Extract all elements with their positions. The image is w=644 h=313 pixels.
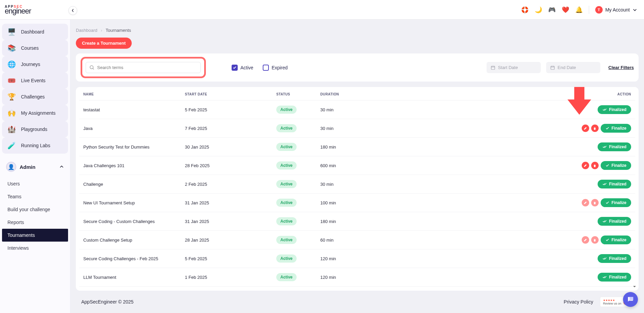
status-badge: Active	[276, 180, 297, 188]
col-name: NAME	[79, 87, 181, 100]
subnav-item-teams[interactable]: Teams	[2, 190, 68, 203]
table-row[interactable]: Java 7 Feb 2025 Active 30 min Finalize	[79, 119, 635, 138]
cell-name: Secure Coding Challenges - Feb 2025	[79, 249, 181, 268]
finalized-button[interactable]: Finalized	[598, 217, 631, 226]
subnav-item-build-your-challenge[interactable]: Build your challenge	[2, 203, 68, 216]
status-badge: Active	[276, 106, 297, 114]
sidebar-item-dashboard[interactable]: 🖥️Dashboard	[2, 24, 68, 40]
breadcrumb-root[interactable]: Dashboard	[76, 28, 98, 33]
table-row[interactable]: Custom Challenge Setup 28 Jan 2025 Activ…	[79, 231, 635, 249]
subnav-item-tournaments[interactable]: Tournaments	[2, 229, 68, 242]
admin-toggle[interactable]: 👤 Admin	[2, 158, 68, 175]
table-row[interactable]: Java Challenges 101 28 Feb 2025 Active 6…	[79, 156, 635, 175]
subnav-item-interviews[interactable]: Interviews	[2, 242, 68, 254]
chat-fab[interactable]	[623, 292, 638, 307]
delete-button[interactable]	[591, 199, 599, 206]
delete-button[interactable]	[591, 236, 599, 244]
cell-action: Finalized	[425, 138, 635, 156]
start-date-input[interactable]: Start Date	[487, 62, 541, 73]
delete-button[interactable]	[591, 125, 599, 132]
table-row[interactable]: Python Security Test for Dummies 30 Jan …	[79, 138, 635, 156]
table-row[interactable]: New UI Tournament Setup 31 Jan 2025 Acti…	[79, 194, 635, 212]
end-date-input[interactable]: End Date	[546, 62, 600, 73]
svg-point-0	[90, 66, 93, 69]
g2-text: Review us on	[603, 302, 621, 305]
cell-status: Active	[272, 156, 316, 175]
create-tournament-button[interactable]: Create a Tournament	[76, 38, 132, 49]
logo[interactable]: APPSEC engineer	[5, 5, 31, 14]
breadcrumb: Dashboard › Tournaments	[76, 28, 639, 33]
edit-button[interactable]	[582, 125, 589, 132]
finalized-button[interactable]: Finalized	[598, 142, 631, 151]
calendar-icon	[491, 65, 495, 70]
subnav-item-reports[interactable]: Reports	[2, 216, 68, 229]
finalized-button[interactable]: Finalized	[598, 254, 631, 263]
status-badge: Active	[276, 273, 297, 281]
table-scroll[interactable]: NAME START DATE STATUS DURATION ACTION t…	[79, 87, 635, 291]
cell-name: Java	[79, 119, 181, 138]
status-badge: Active	[276, 217, 297, 225]
col-start: START DATE	[181, 87, 272, 100]
cell-duration: 120 min	[316, 249, 425, 268]
help-icon[interactable]: 🛟	[521, 6, 529, 14]
cell-status: Active	[272, 175, 316, 194]
heart-icon[interactable]: ❤️	[562, 6, 569, 14]
sidebar-item-playgrounds[interactable]: 🏰Playgrounds	[2, 121, 68, 137]
search-input[interactable]	[97, 65, 197, 70]
clear-filters-link[interactable]: Clear Filters	[608, 65, 634, 70]
cell-start: 31 Jan 2025	[181, 212, 272, 231]
cell-status: Active	[272, 249, 316, 268]
cell-start: 5 Feb 2025	[181, 100, 272, 119]
table-row[interactable]: Challenge 2 Feb 2025 Active 30 min Final…	[79, 175, 635, 194]
table-row[interactable]: testastat 5 Feb 2025 Active 30 min Final…	[79, 100, 635, 119]
cell-duration: 180 min	[316, 212, 425, 231]
nav-icon: 🖥️	[6, 27, 17, 37]
search-icon	[89, 65, 94, 70]
svg-rect-2	[551, 66, 555, 69]
table-row[interactable]: Secure Coding - Custom Challenges 31 Jan…	[79, 212, 635, 231]
chevron-down-icon	[632, 7, 637, 12]
finalize-button[interactable]: Finalize	[601, 161, 631, 170]
edit-button[interactable]	[582, 199, 589, 206]
sidebar-item-journeys[interactable]: 🌐Journeys	[2, 56, 68, 72]
account-menu[interactable]: T My Account	[595, 6, 637, 14]
cell-name: testastat	[79, 100, 181, 119]
bell-icon[interactable]: 🔔	[575, 6, 583, 14]
chevron-up-icon	[59, 164, 64, 169]
sidebar-item-running-labs[interactable]: 🧪Running Labs	[2, 137, 68, 154]
cell-duration: 30 min	[316, 119, 425, 138]
edit-button[interactable]	[582, 162, 589, 169]
delete-button[interactable]	[591, 162, 599, 169]
col-duration: DURATION	[316, 87, 425, 100]
nav-icon: 🙌	[6, 108, 17, 118]
privacy-link[interactable]: Privacy Policy	[564, 299, 593, 305]
finalized-button[interactable]: Finalized	[598, 273, 631, 282]
edit-button[interactable]	[582, 236, 589, 244]
discord-icon[interactable]: 🎮	[548, 6, 556, 14]
finalized-button[interactable]: Finalized	[598, 105, 631, 114]
finalize-button[interactable]: Finalize	[601, 198, 631, 207]
admin-avatar-icon: 👤	[6, 162, 16, 172]
sidebar-collapse-button[interactable]	[68, 6, 77, 15]
cell-name: Java Challenges 101	[79, 156, 181, 175]
nav-label: Live Events	[21, 78, 45, 83]
finalize-button[interactable]: Finalize	[601, 236, 631, 244]
col-action: ACTION	[425, 87, 635, 100]
filter-expired-checkbox[interactable]: Expired	[263, 65, 287, 71]
sidebar-item-courses[interactable]: 📚Courses	[2, 40, 68, 56]
filter-active-checkbox[interactable]: Active	[232, 65, 253, 71]
table-row[interactable]: Secure Coding Challenges - Feb 2025 5 Fe…	[79, 249, 635, 268]
subnav-item-users[interactable]: Users	[2, 177, 68, 190]
sidebar-item-my-assignments[interactable]: 🙌My Assignments	[2, 105, 68, 121]
cell-status: Active	[272, 194, 316, 212]
sidebar-item-challenges[interactable]: 🏆Challenges	[2, 89, 68, 105]
cell-status: Active	[272, 212, 316, 231]
status-badge: Active	[276, 236, 297, 244]
admin-title: Admin	[20, 164, 36, 170]
table-row[interactable]: LLM Tournament 1 Feb 2025 Active 120 min…	[79, 268, 635, 287]
cell-start: 2 Feb 2025	[181, 175, 272, 194]
finalize-button[interactable]: Finalize	[601, 124, 631, 133]
darkmode-icon[interactable]: 🌙	[535, 6, 542, 14]
sidebar-item-live-events[interactable]: 🎟️Live Events	[2, 72, 68, 89]
finalized-button[interactable]: Finalized	[598, 180, 631, 188]
